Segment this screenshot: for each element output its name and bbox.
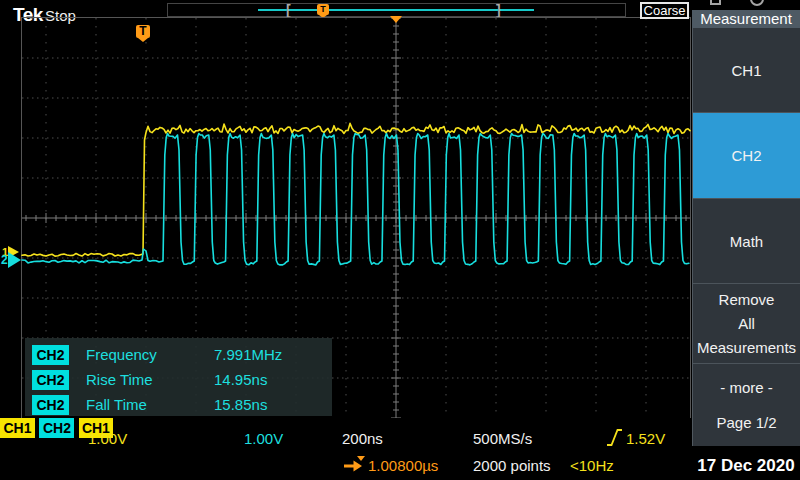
measurement-value: 15.85ns bbox=[214, 396, 267, 413]
horizontal-scale: 200ns bbox=[342, 429, 383, 449]
ch2-arrow-icon bbox=[8, 252, 21, 268]
measurement-label: Fall Time bbox=[86, 396, 214, 413]
ch1-scale: 1.00V bbox=[88, 429, 127, 449]
measurement-value: 14.95ns bbox=[214, 371, 267, 388]
date-display: 17 Dec 2020 bbox=[692, 456, 800, 476]
sidebar-button-math[interactable]: Math bbox=[693, 198, 800, 283]
measurement-row: CH2 Rise Time 14.95ns bbox=[25, 367, 332, 392]
trigger-level: 1.52V bbox=[626, 429, 665, 449]
button-label: CH1 bbox=[731, 62, 761, 79]
measurement-row: CH2 Frequency 7.991MHz bbox=[25, 342, 332, 367]
measurement-source-badge: CH2 bbox=[32, 370, 69, 390]
rising-edge-icon bbox=[606, 428, 623, 447]
coarse-indicator: Coarse bbox=[640, 2, 689, 19]
horizontal-delay-icon bbox=[343, 455, 366, 472]
ch1-badge: CH1 bbox=[0, 418, 35, 438]
oscilloscope-screen: Tek Stop [ ] T Coarse T 1 2 CH2 Frequenc… bbox=[0, 0, 800, 480]
ch2-ground-marker: 2 bbox=[1, 252, 21, 268]
usb-device-icon bbox=[710, 0, 721, 5]
menu-title: Measurement bbox=[692, 10, 800, 28]
measurement-source-badge: CH2 bbox=[32, 395, 69, 415]
ch2-badge: CH2 bbox=[39, 418, 74, 438]
trigger-frequency: <10Hz bbox=[570, 456, 614, 476]
trigger-time-marker-icon: T bbox=[136, 25, 150, 38]
sidebar-button-ch1[interactable]: CH1 bbox=[693, 28, 800, 112]
sidebar-button-ch2[interactable]: CH2 bbox=[693, 112, 800, 198]
sidebar-button-more[interactable]: - more - Page 1/2 bbox=[693, 363, 800, 446]
clock-icon bbox=[750, 0, 764, 6]
measurement-row: CH2 Fall Time 15.85ns bbox=[25, 392, 332, 417]
button-label: Page 1/2 bbox=[716, 414, 776, 431]
measurement-value: 7.991MHz bbox=[214, 346, 282, 363]
button-label: CH2 bbox=[731, 147, 761, 164]
button-label: Remove bbox=[719, 291, 775, 308]
record-length: 2000 points bbox=[473, 456, 551, 476]
measurement-label: Frequency bbox=[86, 346, 214, 363]
top-status-icons bbox=[692, 0, 800, 10]
button-label: - more - bbox=[720, 379, 773, 396]
button-label: Measurements bbox=[697, 339, 796, 356]
measurement-readout-panel: CH2 Frequency 7.991MHz CH2 Rise Time 14.… bbox=[25, 338, 332, 416]
expansion-point-icon bbox=[390, 16, 402, 23]
sample-rate: 500MS/s bbox=[473, 429, 532, 449]
menu-sidebar: Measurement CH1 CH2 Math Remove All Meas… bbox=[692, 0, 800, 480]
ch2-scale: 1.00V bbox=[244, 429, 283, 449]
horizontal-delay: 1.00800µs bbox=[368, 456, 438, 476]
button-label: Math bbox=[730, 233, 763, 250]
sidebar-button-remove-all-measurements[interactable]: Remove All Measurements bbox=[693, 283, 800, 363]
measurement-label: Rise Time bbox=[86, 371, 214, 388]
button-label: All bbox=[738, 315, 755, 332]
measurement-source-badge: CH2 bbox=[32, 345, 69, 365]
menu-buttons: CH1 CH2 Math Remove All Measurements - m… bbox=[692, 28, 800, 446]
status-bar: CH1 1.00V CH2 1.00V 200ns 500MS/s CH1 1.… bbox=[0, 418, 692, 480]
